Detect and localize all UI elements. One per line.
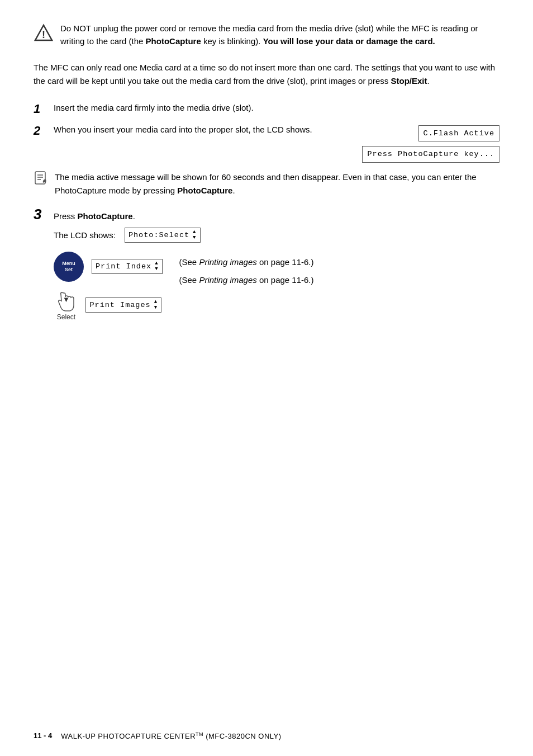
step-1-text: Insert the media card firmly into the me… (54, 101, 499, 115)
svg-text:▼: ▼ (63, 295, 70, 304)
arrow-up-down: ▲ ▼ (193, 230, 196, 240)
menu-label: Menu (62, 261, 75, 267)
warning-icon: ! (34, 23, 54, 44)
footer: 11 - 4 WALK-UP PHOTOCAPTURE CENTERTM (MF… (0, 731, 533, 740)
select-row: ▼ Select Print Images ▲ ▼ (54, 290, 161, 321)
step-3-text: Press PhotoCapture. (54, 210, 499, 223)
step-2-content: When you insert your media card into the… (54, 123, 499, 163)
images-arrow: ▲ ▼ (154, 300, 158, 310)
step-3-number: 3 (34, 205, 48, 224)
lcd-print-images: Print Images ▲ ▼ (85, 297, 161, 313)
step-2: 2 When you insert your media card into t… (34, 123, 499, 163)
diagram-note-1: (See Printing images on page 11-6.) (179, 256, 314, 269)
diagram-note-2: (See Printing images on page 11-6.) (179, 274, 314, 287)
footer-page: 11 - 4 (34, 731, 52, 740)
warning-text-2: key is blinking). (201, 36, 263, 46)
diagram-area: Menu Set Print Index ▲ ▼ (54, 252, 499, 321)
warning-bold-2: You will lose your data or damage the ca… (263, 36, 435, 46)
step-3-lcd-row: The LCD shows: Photo:Select ▲ ▼ (54, 228, 499, 243)
select-hand-icon[interactable]: ▼ (54, 290, 78, 312)
select-button-wrap: ▼ Select (54, 290, 78, 321)
index-arrow: ▲ ▼ (155, 261, 158, 272)
step-3-header: 3 Press PhotoCapture. (34, 205, 499, 224)
warning-block: ! Do NOT unplug the power cord or remove… (34, 22, 499, 48)
step-2-inner: When you insert your media card into the… (54, 123, 499, 163)
warning-bold-1: PhotoCapture (146, 36, 201, 46)
step-3: 3 Press PhotoCapture. The LCD shows: Pho… (34, 205, 499, 321)
set-label: Set (65, 267, 73, 273)
page-content: ! Do NOT unplug the power cord or remove… (34, 22, 499, 321)
step-1: 1 Insert the media card firmly into the … (34, 101, 499, 117)
select-label: Select (57, 313, 75, 321)
lcd-print-index: Print Index ▲ ▼ (92, 259, 163, 274)
step-2-number: 2 (34, 123, 48, 139)
diagram-notes: (See Printing images on page 11-6.) (See… (179, 252, 314, 287)
step-2-lcd: C.Flash Active Press PhotoCapture key... (362, 123, 499, 163)
body-paragraph: The MFC can only read one Media card at … (34, 61, 499, 88)
warning-text: Do NOT unplug the power cord or remove t… (60, 22, 499, 48)
svg-text:!: ! (42, 29, 45, 40)
note-block: The media active message will be shown f… (34, 171, 499, 197)
lcd-photo-select: Photo:Select ▲ ▼ (125, 228, 201, 243)
step-2-text: When you insert your media card into the… (54, 123, 362, 136)
button-diagram: Menu Set Print Index ▲ ▼ (54, 252, 163, 321)
lcd-press-photocapture: Press PhotoCapture key... (362, 146, 499, 163)
note-icon (34, 171, 49, 192)
lcd-flash-active: C.Flash Active (418, 125, 499, 142)
step-1-number: 1 (34, 101, 48, 117)
menu-set-button[interactable]: Menu Set (54, 252, 84, 282)
menu-set-row: Menu Set Print Index ▲ ▼ (54, 252, 163, 282)
footer-title: WALK-UP PHOTOCAPTURE CENTERTM (MFC-3820C… (61, 731, 281, 740)
note-text: The media active message will be shown f… (55, 171, 499, 197)
lcd-shows-label: The LCD shows: (54, 230, 116, 240)
